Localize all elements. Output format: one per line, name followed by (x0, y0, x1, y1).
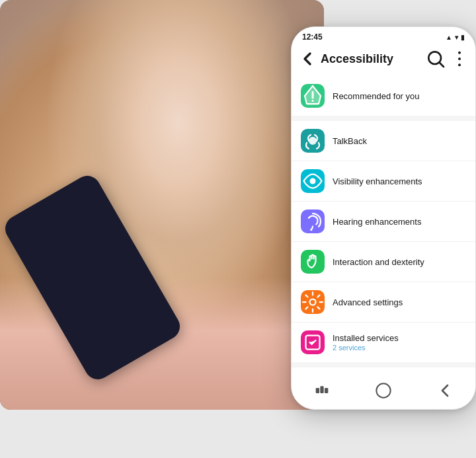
installed-text: Installed services 2 services (333, 333, 466, 352)
talkback-text: TalkBack (333, 136, 466, 146)
interaction-label: Interaction and dexterity (333, 257, 466, 267)
wifi-icon: ▾ (455, 34, 458, 41)
svg-point-8 (310, 178, 316, 184)
recommended-label: Recommended for you (333, 91, 466, 101)
svg-rect-17 (316, 388, 319, 393)
recommended-text: Recommended for you (333, 91, 466, 101)
phone-screen: 12:45 ▲ ▾ ▮ Accessibility (292, 27, 475, 409)
installed-sublabel: 2 services (333, 344, 466, 352)
svg-point-3 (458, 57, 461, 60)
home-bar (292, 375, 475, 409)
battery-icon: ▮ (461, 34, 465, 41)
nav-bar: Accessibility (292, 44, 475, 76)
phone-mockup: 12:45 ▲ ▾ ▮ Accessibility (291, 26, 476, 410)
hearing-icon (301, 210, 325, 233)
status-bar: 12:45 ▲ ▾ ▮ (292, 27, 475, 44)
talkback-label: TalkBack (333, 136, 466, 146)
svg-point-6 (312, 100, 314, 102)
status-time: 12:45 (302, 32, 323, 42)
advanced-text: Advanced settings (333, 297, 466, 307)
menu-list: Recommended for you (292, 76, 475, 375)
recommended-icon (301, 84, 325, 108)
menu-item-advanced[interactable]: Advanced settings (292, 282, 475, 323)
visibility-text: Visibility enhancements (333, 176, 466, 186)
interaction-text: Interaction and dexterity (333, 257, 466, 267)
section-main: TalkBack Visibility enhancements (292, 121, 475, 362)
installed-icon (301, 330, 325, 354)
hearing-label: Hearing enhancements (333, 217, 466, 227)
svg-point-9 (310, 229, 312, 231)
signal-icon: ▲ (446, 34, 452, 41)
status-icons: ▲ ▾ ▮ (446, 34, 465, 41)
advanced-icon (301, 290, 325, 314)
visibility-label: Visibility enhancements (333, 176, 466, 186)
svg-point-7 (309, 137, 317, 145)
menu-item-installed[interactable]: Installed services 2 services (292, 323, 475, 362)
recent-apps-button[interactable] (311, 380, 333, 401)
svg-point-2 (458, 52, 461, 54)
hearing-text: Hearing enhancements (333, 217, 466, 227)
svg-point-20 (376, 383, 390, 397)
svg-point-4 (458, 63, 461, 66)
advanced-label: Advanced settings (333, 297, 466, 307)
more-button[interactable] (449, 48, 470, 69)
svg-rect-18 (321, 386, 324, 393)
svg-line-1 (440, 63, 444, 67)
talkback-icon (301, 129, 325, 153)
sleeve-overlay (0, 278, 324, 410)
menu-item-hearing[interactable]: Hearing enhancements (292, 202, 475, 242)
page-title: Accessibility (321, 52, 422, 66)
nav-actions (425, 48, 470, 69)
menu-item-recommended[interactable]: Recommended for you (292, 76, 475, 116)
home-button[interactable] (373, 380, 394, 401)
interaction-icon (301, 250, 325, 274)
svg-point-10 (310, 299, 316, 305)
installed-label: Installed services (333, 333, 466, 343)
svg-rect-19 (325, 388, 328, 393)
menu-item-interaction[interactable]: Interaction and dexterity (292, 242, 475, 282)
back-button[interactable] (297, 48, 318, 69)
menu-item-talkback[interactable]: TalkBack (292, 121, 475, 161)
section-recommended: Recommended for you (292, 76, 475, 116)
background-photo (0, 0, 324, 410)
search-button[interactable] (425, 48, 446, 69)
menu-item-visibility[interactable]: Visibility enhancements (292, 161, 475, 202)
section-about: About Accessibility Contact us (292, 367, 475, 375)
visibility-icon (301, 169, 325, 193)
menu-item-about[interactable]: About Accessibility (292, 367, 475, 375)
back-nav-button[interactable] (434, 380, 456, 401)
